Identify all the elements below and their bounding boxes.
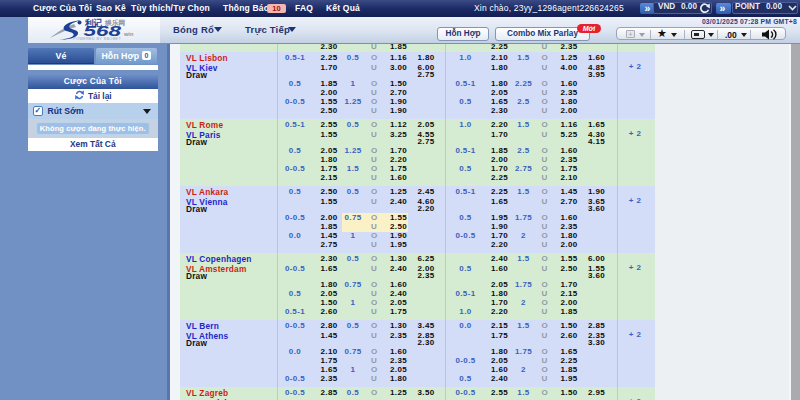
svg-text:POWERED BY SBOBET: POWERED BY SBOBET: [73, 37, 121, 41]
svg-text:win: win: [123, 31, 134, 37]
